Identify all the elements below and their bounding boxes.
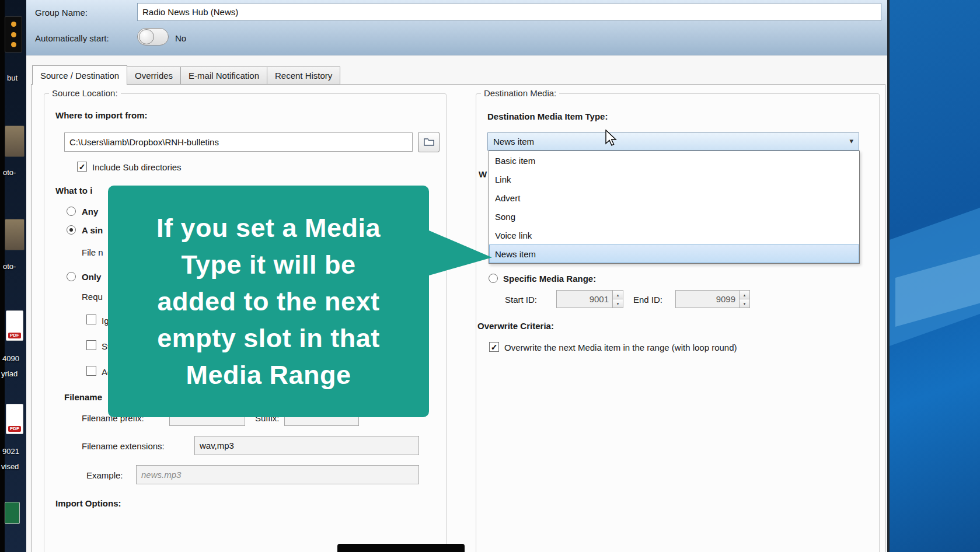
end-id-spinner[interactable]: 9099 ▴▾ bbox=[675, 290, 750, 308]
source-group-title: Source Location: bbox=[49, 88, 121, 98]
filename-extensions-value: wav,mp3 bbox=[200, 441, 234, 450]
include-subdirectories-checkbox[interactable]: ✓ bbox=[77, 162, 87, 172]
callout-line: empty slot in that bbox=[157, 320, 380, 357]
spinner-down-icon[interactable]: ▾ bbox=[740, 299, 749, 308]
radio-single-label[interactable]: A sin bbox=[82, 225, 103, 236]
option-checkbox-2[interactable] bbox=[86, 340, 96, 350]
item-type-value: News item bbox=[493, 137, 534, 146]
screen: but oto- oto- PDF 4090 yriad PDF 9021 vi… bbox=[0, 0, 980, 552]
callout-line: If you set a Media bbox=[156, 209, 381, 246]
group-name-label: Group Name: bbox=[35, 7, 88, 18]
radio-any-label[interactable]: Any bbox=[82, 206, 98, 217]
destination-item-type-label: Destination Media Item Type: bbox=[487, 111, 608, 122]
tab-email-notification[interactable]: E-mail Notification bbox=[181, 67, 267, 85]
callout-line: added to the next bbox=[157, 283, 379, 320]
dropdown-item-news-item[interactable]: News item bbox=[489, 244, 859, 263]
desktop-pdf-icon[interactable]: PDF bbox=[6, 404, 23, 434]
desktop-photo-icon[interactable] bbox=[5, 219, 25, 250]
toggle-knob bbox=[139, 29, 154, 44]
hidden-label-fragment: W bbox=[479, 169, 487, 180]
radio-single-file[interactable] bbox=[67, 225, 76, 235]
overwrite-criteria-label: Overwrite Criteria: bbox=[477, 320, 554, 331]
dropdown-item-link[interactable]: Link bbox=[489, 170, 859, 188]
dropdown-item-advert[interactable]: Advert bbox=[489, 188, 859, 207]
radio-any[interactable] bbox=[67, 207, 76, 216]
end-id-value: 9099 bbox=[676, 291, 739, 308]
spinner-up-icon[interactable]: ▴ bbox=[613, 291, 623, 299]
option-checkbox-3[interactable] bbox=[86, 366, 96, 376]
desktop-app-icon[interactable] bbox=[5, 16, 22, 53]
where-to-import-label: Where to import from: bbox=[55, 110, 148, 121]
desktop-label[interactable]: oto- bbox=[3, 168, 16, 177]
mouse-cursor-icon bbox=[605, 130, 619, 147]
desktop-label[interactable]: vised bbox=[1, 462, 19, 471]
destination-group-title: Destination Media: bbox=[481, 88, 559, 98]
start-id-label: Start ID: bbox=[505, 294, 537, 305]
radio-only-label[interactable]: Only bbox=[82, 271, 101, 282]
example-input: news.mp3 bbox=[136, 465, 419, 484]
specific-media-range-label[interactable]: Specific Media Range: bbox=[503, 273, 596, 284]
item-type-combobox[interactable]: News item ▾ bbox=[487, 132, 859, 151]
tooltip-callout: If you set a Media Type it will be added… bbox=[108, 186, 429, 417]
start-id-spinner[interactable]: 9001 ▴▾ bbox=[556, 290, 623, 308]
dropdown-item-song[interactable]: Song bbox=[489, 207, 859, 226]
filename-section-label: Filename bbox=[64, 392, 102, 403]
browse-button[interactable] bbox=[418, 132, 440, 152]
desktop-label[interactable]: but bbox=[7, 74, 18, 82]
pdf-badge: PDF bbox=[8, 333, 21, 338]
group-name-input[interactable]: Radio News Hub (News) bbox=[137, 3, 881, 21]
tab-overrides[interactable]: Overrides bbox=[127, 67, 181, 85]
import-options-label: Import Options: bbox=[55, 498, 121, 509]
overwrite-checkbox[interactable]: ✓ bbox=[489, 342, 499, 352]
import-path-input[interactable]: C:\Users\liamb\Dropbox\RNH-bulletins bbox=[64, 132, 413, 152]
checkmark-icon: ✓ bbox=[491, 343, 498, 351]
import-path-value: C:\Users\liamb\Dropbox\RNH-bulletins bbox=[69, 137, 219, 147]
auto-start-toggle[interactable] bbox=[137, 28, 169, 46]
desktop-photo-icon[interactable] bbox=[5, 125, 25, 157]
desktop-label[interactable]: 9021 bbox=[2, 447, 19, 456]
file-name-label: File n bbox=[82, 247, 103, 258]
specific-media-range-radio[interactable] bbox=[489, 274, 498, 283]
desktop-label[interactable]: oto- bbox=[3, 262, 16, 271]
bottom-video-bar bbox=[337, 544, 465, 552]
desktop-left-strip: but oto- oto- PDF 4090 yriad PDF 9021 vi… bbox=[0, 0, 26, 552]
dropdown-item-voice-link[interactable]: Voice link bbox=[489, 226, 859, 244]
combobox-dropdown-list: Basic item Link Advert Song Voice link N… bbox=[489, 151, 860, 264]
tab-recent-history[interactable]: Recent History bbox=[267, 67, 340, 85]
tab-strip: Source / Destination Overrides E-mail No… bbox=[32, 65, 340, 85]
option-checkbox-1[interactable] bbox=[86, 315, 96, 324]
desktop-label[interactable]: 4090 bbox=[2, 354, 19, 363]
dropdown-item-basic-item[interactable]: Basic item bbox=[489, 151, 859, 170]
callout-line: Media Range bbox=[186, 357, 351, 393]
desktop-spreadsheet-icon[interactable] bbox=[5, 502, 20, 524]
spinner-down-icon[interactable]: ▾ bbox=[613, 299, 623, 308]
start-id-value: 9001 bbox=[557, 291, 612, 308]
requires-label: Requ bbox=[82, 291, 103, 302]
desktop-pdf-icon[interactable]: PDF bbox=[6, 310, 23, 341]
pdf-badge: PDF bbox=[8, 426, 21, 432]
example-value: news.mp3 bbox=[141, 470, 181, 480]
what-to-import-label: What to i bbox=[55, 185, 92, 196]
spinner-up-icon[interactable]: ▴ bbox=[740, 291, 749, 299]
auto-start-value: No bbox=[175, 33, 186, 44]
tab-source-destination[interactable]: Source / Destination bbox=[32, 65, 127, 85]
chevron-down-icon: ▾ bbox=[849, 137, 853, 145]
filename-extensions-label: Filename extensions: bbox=[82, 441, 165, 452]
include-subdirectories-label[interactable]: Include Sub directories bbox=[92, 162, 182, 173]
group-name-value: Radio News Hub (News) bbox=[142, 7, 238, 17]
auto-start-label: Automatically start: bbox=[35, 33, 109, 44]
checkmark-icon: ✓ bbox=[79, 163, 86, 171]
end-id-label: End ID: bbox=[633, 294, 662, 305]
browse-folder-icon bbox=[424, 138, 434, 146]
desktop-right-strip bbox=[890, 0, 980, 552]
overwrite-checkbox-label[interactable]: Overwrite the next Media item in the ran… bbox=[504, 342, 737, 353]
callout-line: Type it will be bbox=[181, 246, 355, 283]
filename-extensions-input[interactable]: wav,mp3 bbox=[194, 436, 419, 455]
desktop-label[interactable]: yriad bbox=[1, 369, 18, 378]
radio-only[interactable] bbox=[67, 272, 76, 281]
example-label: Example: bbox=[86, 470, 123, 481]
